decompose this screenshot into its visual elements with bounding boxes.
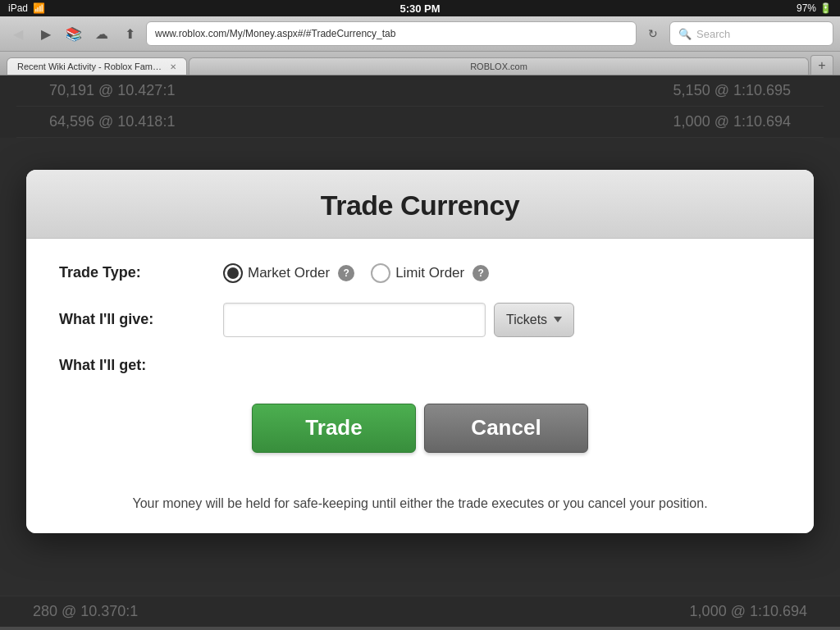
tab-roblox[interactable]: ROBLOX.com (189, 57, 809, 75)
page-content: 70,191 @ 10.427:1 5,150 @ 1:10.695 64,59… (0, 75, 840, 627)
limit-order-label: Limit Order (395, 265, 464, 281)
limit-order-help-icon[interactable]: ? (472, 265, 489, 281)
tab-bar: Recent Wiki Activity - Roblox Famed Game… (0, 52, 840, 75)
limit-order-option[interactable]: Limit Order ? (371, 263, 489, 283)
tab-wiki[interactable]: Recent Wiki Activity - Roblox Famed Game… (7, 57, 187, 75)
get-label: What I'll get: (59, 357, 223, 374)
tab-wiki-close[interactable]: ✕ (170, 62, 176, 71)
market-order-option[interactable]: Market Order ? (223, 263, 354, 283)
modal-body: Trade Type: Market Order ? Limit Order ? (26, 239, 814, 486)
modal-header: Trade Currency (26, 170, 814, 239)
give-label: What I'll give: (59, 311, 223, 328)
bookmarks-button[interactable]: 📚 (62, 22, 85, 45)
browser-chrome: ◀ ▶ 📚 ☁ ⬆ www.roblox.com/My/Money.aspx#/… (0, 16, 840, 52)
search-bar[interactable]: 🔍 Search (669, 21, 833, 46)
tab-wiki-label: Recent Wiki Activity - Roblox Famed Game… (17, 62, 163, 71)
radio-group: Market Order ? Limit Order ? (223, 263, 489, 283)
trade-button[interactable]: Trade (252, 404, 416, 453)
modal-footer: Your money will be held for safe-keeping… (26, 486, 814, 533)
status-time: 5:30 PM (399, 2, 440, 15)
reload-button[interactable]: ↻ (641, 22, 664, 45)
search-icon: 🔍 (678, 28, 692, 40)
battery-label: 97% (797, 2, 816, 14)
trade-currency-modal: Trade Currency Trade Type: Market Order … (26, 170, 814, 533)
modal-title: Trade Currency (43, 189, 797, 221)
back-button[interactable]: ◀ (7, 22, 30, 45)
get-row: What I'll get: (59, 357, 781, 390)
footer-text: Your money will be held for safe-keeping… (51, 494, 789, 514)
reading-list-button[interactable]: ☁ (90, 22, 113, 45)
limit-order-radio[interactable] (371, 263, 390, 283)
wifi-icon: 📶 (33, 2, 45, 14)
market-order-help-icon[interactable]: ? (338, 265, 354, 281)
cancel-button[interactable]: Cancel (424, 404, 588, 453)
currency-dropdown[interactable]: Tickets (494, 303, 574, 337)
device-label: iPad (8, 2, 28, 14)
new-tab-button[interactable]: + (810, 55, 833, 75)
market-order-label: Market Order (248, 265, 330, 281)
trade-type-label: Trade Type: (59, 264, 223, 281)
dropdown-arrow-icon (554, 317, 562, 322)
give-row: What I'll give: Tickets (59, 303, 781, 337)
modal-overlay: Trade Currency Trade Type: Market Order … (0, 75, 840, 627)
forward-button[interactable]: ▶ (34, 22, 57, 45)
currency-dropdown-label: Tickets (506, 313, 547, 327)
status-right: 97% 🔋 (797, 2, 832, 14)
search-placeholder: Search (696, 28, 730, 40)
market-order-radio[interactable] (223, 263, 243, 283)
address-text: www.roblox.com/My/Money.aspx#/#TradeCurr… (155, 28, 395, 39)
button-row: Trade Cancel (59, 404, 781, 453)
status-bar: iPad 📶 5:30 PM 97% 🔋 (0, 0, 840, 16)
status-left: iPad 📶 (8, 2, 45, 14)
address-bar[interactable]: www.roblox.com/My/Money.aspx#/#TradeCurr… (146, 21, 637, 46)
new-tab-icon: + (818, 58, 825, 73)
tab-roblox-label: ROBLOX.com (470, 62, 527, 71)
give-input[interactable] (223, 303, 486, 337)
battery-icon: 🔋 (819, 2, 832, 14)
trade-type-row: Trade Type: Market Order ? Limit Order ? (59, 263, 781, 283)
share-button[interactable]: ⬆ (118, 22, 141, 45)
